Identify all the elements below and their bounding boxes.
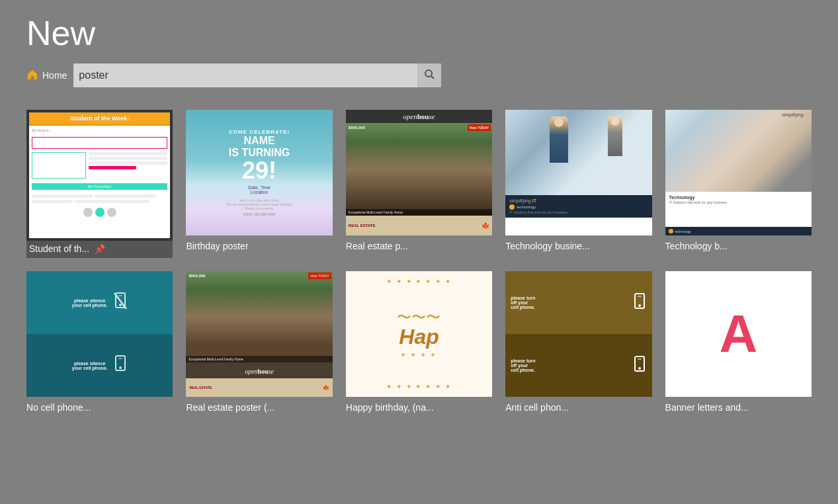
- template-name-student-week: Student of th...: [29, 243, 89, 254]
- template-label-happy-birthday: Happy birthday, (na...: [346, 401, 492, 414]
- svg-line-1: [431, 76, 434, 79]
- template-item-birthday-poster[interactable]: COME CELEBRATE! NAMEIS TURNING 29! Date,…: [186, 110, 332, 258]
- template-label-no-cell-phone: No cell phone...: [26, 401, 173, 414]
- template-name-real-estate-p: Real estate p...: [346, 241, 408, 251]
- svg-point-10: [638, 304, 641, 307]
- template-name-no-cell-phone: No cell phone...: [26, 402, 91, 413]
- template-thumb-banner-letters: A: [665, 271, 812, 397]
- template-item-real-estate-poster2[interactable]: View TODAY $000,000 Exceptional Multi-Le…: [186, 271, 332, 414]
- template-label-anti-cell-phone: Anti cell phon...: [505, 401, 651, 414]
- template-name-technology-busine: Technology busine...: [505, 241, 590, 251]
- template-thumb-real-estate-p: openhouse View TODAY $000,000 Exceptiona…: [346, 110, 492, 235]
- templates-grid: Student of the Week: My name is... My F: [0, 103, 838, 434]
- pin-icon-student-week: 📌: [95, 244, 105, 254]
- template-name-anti-cell-phone: Anti cell phon...: [505, 402, 569, 413]
- svg-rect-8: [118, 358, 122, 359]
- template-thumb-birthday-poster: COME CELEBRATE! NAMEIS TURNING 29! Date,…: [186, 110, 332, 235]
- search-icon: [423, 68, 435, 83]
- template-item-no-cell-phone[interactable]: please silenceyour cell phone. please si…: [26, 271, 173, 414]
- svg-point-3: [119, 304, 122, 306]
- template-item-student-week[interactable]: Student of the Week: My name is... My F: [26, 110, 173, 258]
- template-name-birthday-poster: Birthday poster: [186, 241, 248, 251]
- template-label-real-estate-p: Real estate p...: [346, 239, 492, 253]
- template-item-technology-b[interactable]: simplifying IT Technology IT Solutions t…: [665, 110, 812, 258]
- template-thumb-student-week: Student of the Week: My name is... My F: [29, 112, 170, 238]
- search-bar: Home: [0, 63, 838, 103]
- template-thumb-technology-busine: simplifying IT technology IT Solutions t…: [505, 110, 651, 235]
- template-label-technology-b: Technology b...: [665, 239, 812, 253]
- template-thumb-anti-cell-phone: please turnoff yourcell phone. please tu…: [505, 271, 651, 397]
- search-input[interactable]: [73, 63, 417, 87]
- template-name-real-estate-poster2: Real estate poster (...: [186, 402, 274, 413]
- template-name-happy-birthday: Happy birthday, (na...: [346, 402, 434, 413]
- template-item-technology-busine[interactable]: simplifying IT technology IT Solutions t…: [505, 110, 651, 258]
- template-label-technology-busine: Technology busine...: [505, 239, 651, 253]
- template-item-anti-cell-phone[interactable]: please turnoff yourcell phone. please tu…: [505, 271, 651, 414]
- svg-rect-4: [118, 295, 122, 296]
- home-button[interactable]: Home: [26, 65, 73, 87]
- svg-point-0: [425, 70, 432, 77]
- template-name-technology-b: Technology b...: [665, 241, 728, 251]
- template-thumb-real-estate-poster2: View TODAY $000,000 Exceptional Multi-Le…: [186, 271, 332, 397]
- template-item-happy-birthday[interactable]: ✦ ✦ ✦ ✦ ✦ ✦ ✦ 〜〜〜 Hap ★ ★ ★ ★ ✦ ✦ ✦ ✦ ✦ …: [346, 271, 492, 414]
- svg-point-13: [638, 367, 641, 370]
- template-thumb-technology-b: simplifying IT Technology IT Solutions t…: [665, 110, 812, 235]
- template-item-real-estate-p[interactable]: openhouse View TODAY $000,000 Exceptiona…: [346, 110, 492, 258]
- search-input-wrap: [73, 63, 441, 87]
- template-label-birthday-poster: Birthday poster: [186, 239, 332, 253]
- svg-point-7: [119, 366, 122, 369]
- home-icon: [26, 69, 38, 83]
- svg-rect-11: [638, 296, 642, 297]
- template-item-banner-letters[interactable]: A Banner letters and...: [665, 271, 812, 414]
- svg-rect-14: [638, 358, 642, 360]
- template-label-student-week: Student of th... 📌: [29, 242, 170, 255]
- template-name-banner-letters: Banner letters and...: [665, 402, 749, 413]
- search-button[interactable]: [417, 63, 441, 87]
- page-title: New: [0, 0, 838, 63]
- template-thumb-no-cell-phone: please silenceyour cell phone. please si…: [26, 271, 173, 397]
- home-label: Home: [42, 70, 67, 81]
- template-label-real-estate-poster2: Real estate poster (...: [186, 401, 332, 414]
- template-label-banner-letters: Banner letters and...: [665, 401, 812, 414]
- template-thumb-happy-birthday: ✦ ✦ ✦ ✦ ✦ ✦ ✦ 〜〜〜 Hap ★ ★ ★ ★ ✦ ✦ ✦ ✦ ✦ …: [346, 271, 492, 397]
